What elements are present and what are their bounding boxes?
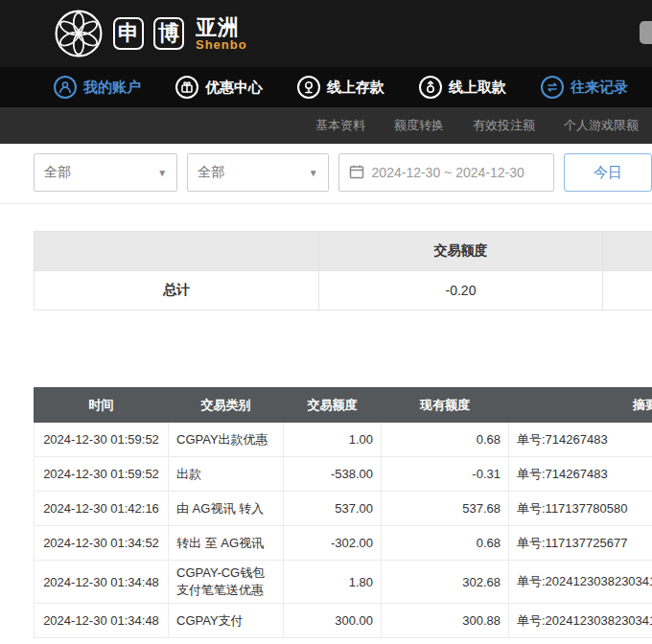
summary-header-amount: 交易额度 [319,232,603,271]
cell-note: 单号:2024123038230341 [509,561,652,604]
summary-empty-cell [603,271,652,310]
summary-total-label: 总计 [35,271,319,310]
cell-amount: 1.80 [284,561,382,604]
cell-type: 转出 至 AG视讯 [169,526,284,561]
cell-note: 单号:2024123038230341 [509,604,652,638]
user-icon [54,76,77,99]
cell-time: 2024-12-30 01:34:48 [35,604,169,638]
table-row: 2024-12-30 01:42:16 由 AG视讯 转入 537.00 537… [35,492,652,526]
cell-amount: 537.00 [284,492,382,526]
table-row: 2024-12-30 01:59:52 出款 -538.00 -0.31 单号:… [35,457,652,492]
subnav-item-valid-bets[interactable]: 有效投注额 [473,117,535,134]
table-row: 2024-12-30 01:34:48 CGPAY-CG钱包支付笔笔送优惠 1.… [35,561,652,604]
nav-item-my-account[interactable]: 我的账户 [54,76,141,99]
date-range-value: 2024-12-30 ~ 2024-12-30 [372,165,524,180]
page: 申 博 亚洲 Shenbo 我的账户 优惠中心 线上存款 [0,0,652,644]
nav-item-label: 往来记录 [570,79,628,97]
nav-item-label: 线上取款 [449,79,506,97]
cell-balance: 0.68 [382,423,509,457]
deposit-coin-icon [297,76,320,99]
type-select-value: 全部 [198,164,224,181]
cell-time: 2024-12-30 01:59:52 [35,423,169,457]
col-header-note: 摘要 [509,388,652,423]
type-select[interactable]: 全部 ▼ [187,153,328,192]
content: 全部 ▼ 全部 ▼ 2024-12-30 ~ 2024-12-30 今日 交易额… [0,153,652,638]
gift-icon [175,76,198,99]
table-row: 2024-12-30 01:34:48 CGPAY支付 300.00 300.8… [35,604,652,638]
col-header-balance: 现有额度 [382,388,509,423]
nav-item-label: 优惠中心 [205,79,263,97]
summary-table: 交易额度 总计 -0.20 [34,231,652,310]
col-header-type: 交易类别 [169,388,284,423]
cell-type: CGPAY支付 [169,604,284,638]
nav-item-promotions[interactable]: 优惠中心 [175,76,263,99]
section-divider [0,203,652,204]
cell-time: 2024-12-30 01:34:48 [35,561,169,604]
withdraw-coin-icon [419,76,442,99]
filter-row: 全部 ▼ 全部 ▼ 2024-12-30 ~ 2024-12-30 今日 [34,153,652,192]
cell-note: 单号:714267483 [509,457,652,492]
logo-flower-icon [54,9,104,58]
cell-type: CGPAY出款优惠 [169,423,284,457]
cell-type: CGPAY-CG钱包支付笔笔送优惠 [169,561,284,604]
category-select-value: 全部 [44,164,71,181]
transactions-header-row: 时间 交易类别 交易额度 现有额度 摘要 [35,388,652,423]
transfer-arrows-icon [541,76,564,99]
logo-region-text: 亚洲 [196,16,247,38]
category-select[interactable]: 全部 ▼ [34,153,177,192]
cell-time: 2024-12-30 01:59:52 [35,457,169,492]
cell-balance: 300.88 [382,604,509,638]
logo-char-bo: 博 [153,17,184,50]
logo[interactable]: 申 博 亚洲 Shenbo [54,9,247,58]
cell-balance: 537.68 [382,492,509,526]
cell-note: 单号:117137725677 [509,526,652,561]
summary-header-empty [603,232,652,271]
logo-char-shen: 申 [113,17,144,50]
transactions-table: 时间 交易类别 交易额度 现有额度 摘要 2024-12-30 01:59:52… [34,387,652,638]
cell-balance: 302.68 [382,561,509,604]
table-row: 2024-12-30 01:34:52 转出 至 AG视讯 -302.00 0.… [35,526,652,561]
nav-item-records[interactable]: 往来记录 [541,76,628,99]
cell-type: 由 AG视讯 转入 [169,492,284,526]
summary-total-value: -0.20 [319,271,603,310]
floating-widget[interactable] [640,21,652,44]
nav-item-label: 我的账户 [83,79,141,97]
table-row: 2024-12-30 01:59:52 CGPAY出款优惠 1.00 0.68 … [35,423,652,457]
cell-time: 2024-12-30 01:34:52 [35,526,169,561]
sub-nav: 基本资料 额度转换 有效投注额 个人游戏限额 [0,107,652,144]
cell-amount: -538.00 [284,457,382,492]
cell-amount: -302.00 [284,526,382,561]
main-nav: 我的账户 优惠中心 线上存款 线上取款 往来记录 [0,67,652,107]
cell-time: 2024-12-30 01:42:16 [35,492,169,526]
summary-header-row: 交易额度 [35,232,652,271]
nav-item-deposit[interactable]: 线上存款 [297,76,384,99]
col-header-time: 时间 [35,388,169,423]
today-button[interactable]: 今日 [564,153,652,192]
cell-balance: 0.68 [382,526,509,561]
subnav-item-game-limits[interactable]: 个人游戏限额 [564,117,639,134]
site-header: 申 博 亚洲 Shenbo [0,0,652,67]
cell-balance: -0.31 [382,457,509,492]
logo-brand-text: Shenbo [196,38,247,52]
subnav-item-quota-transfer[interactable]: 额度转换 [394,117,444,134]
date-range-input[interactable]: 2024-12-30 ~ 2024-12-30 [338,153,554,192]
cell-note: 单号:714267483 [509,423,652,457]
summary-header-empty [35,232,319,271]
chevron-down-icon: ▼ [309,168,318,178]
col-header-amount: 交易额度 [284,388,382,423]
calendar-icon [349,164,364,182]
chevron-down-icon: ▼ [157,168,167,178]
cell-amount: 1.00 [284,423,382,457]
cell-amount: 300.00 [284,604,382,638]
subnav-item-basic-info[interactable]: 基本资料 [315,117,365,134]
nav-item-withdraw[interactable]: 线上取款 [419,76,506,99]
cell-note: 单号:117137780580 [509,492,652,526]
cell-type: 出款 [169,457,284,492]
summary-total-row: 总计 -0.20 [35,271,652,310]
nav-item-label: 线上存款 [327,79,384,97]
